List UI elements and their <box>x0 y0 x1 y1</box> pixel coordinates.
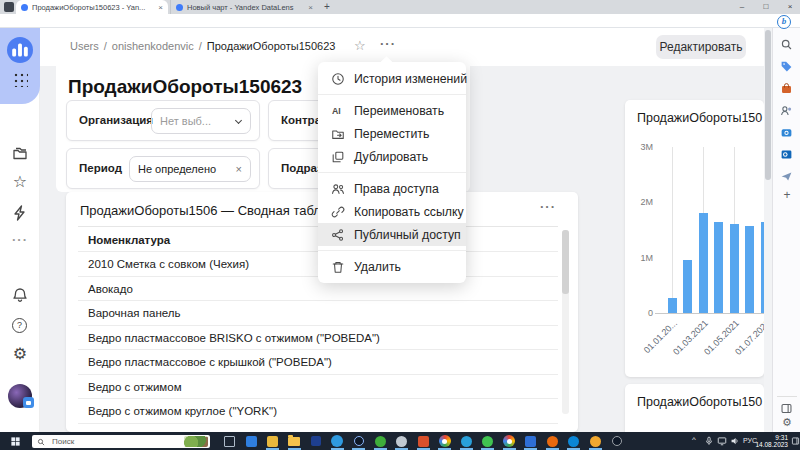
screen: ПродажиОбороты150623 - Yan... × Новый ча… <box>0 0 800 450</box>
outlook-icon[interactable] <box>780 148 793 161</box>
search-placeholder: Поиск <box>52 437 74 446</box>
breadcrumb-link-users[interactable]: Users <box>70 40 99 52</box>
taskbar-app-opera-gx[interactable] <box>351 435 366 448</box>
y-tick-label: 3M <box>627 142 653 152</box>
menu-item-move[interactable]: Переместить <box>318 122 466 145</box>
taskbar-app-powerpoint[interactable] <box>416 435 431 448</box>
table-row: Варочная панель <box>78 301 558 326</box>
sidebar-add-icon[interactable]: + <box>773 188 800 202</box>
sidebar-search-icon[interactable] <box>780 38 793 51</box>
menu-item-label: Переместить <box>354 127 429 141</box>
collections-icon[interactable] <box>11 144 29 162</box>
tray-chevron-icon[interactable]: ^ <box>692 435 696 444</box>
menu-item-copy-link[interactable]: Копировать ссылку <box>318 200 466 223</box>
browser-tab-active[interactable]: ПродажиОбороты150623 - Yan... × <box>16 0 168 14</box>
menu-divider <box>318 94 466 95</box>
clear-icon[interactable]: × <box>236 157 242 181</box>
chart-bar <box>714 222 723 313</box>
window-minimize-button[interactable]: – <box>732 0 752 13</box>
speaker-icon[interactable] <box>730 436 740 446</box>
avatar-badge <box>23 397 34 408</box>
workspace-icon[interactable] <box>4 2 14 12</box>
taskbar-app-coin-app[interactable] <box>588 435 603 448</box>
taskbar-app-telegram[interactable] <box>459 435 474 448</box>
scroll-thumb[interactable] <box>765 30 771 180</box>
bing-chat-icon[interactable]: b <box>777 15 791 29</box>
microphone-icon[interactable] <box>704 436 714 446</box>
shopping-bag-icon[interactable] <box>780 82 793 95</box>
taskbar-app-green-app[interactable] <box>373 435 388 448</box>
tab-title: ПродажиОбороты150623 - Yan... <box>32 3 154 12</box>
menu-item-history[interactable]: История изменений <box>318 67 466 90</box>
organization-select[interactable]: Нет выб... <box>151 108 251 134</box>
taskbar-app-file-explorer[interactable] <box>287 435 302 448</box>
taskbar-app-store[interactable] <box>308 435 323 448</box>
favorite-star-icon[interactable]: ☆ <box>354 38 366 53</box>
image-creator-icon[interactable] <box>780 126 793 139</box>
datalens-favicon <box>21 4 28 11</box>
close-icon[interactable]: × <box>158 3 163 12</box>
window-close-button[interactable]: × <box>780 0 800 13</box>
taskbar-app-chrome[interactable] <box>502 435 517 448</box>
entry-more-icon[interactable]: ··· <box>380 36 396 51</box>
datalens-logo[interactable] <box>7 37 33 63</box>
period-select[interactable]: Не определено × <box>129 156 251 182</box>
menu-item-public-access[interactable]: Публичный доступ <box>318 223 466 246</box>
shopping-icon[interactable] <box>780 60 793 73</box>
scroll-thumb[interactable] <box>562 230 569 294</box>
sidebar-toggle-icon[interactable] <box>780 402 793 415</box>
favorites-star-icon[interactable]: ☆ <box>0 172 40 191</box>
taskbar-app-firefox[interactable] <box>545 435 560 448</box>
lightning-icon[interactable] <box>11 204 29 222</box>
chart-bar <box>730 224 739 313</box>
taskbar-app-mail[interactable] <box>244 435 259 448</box>
taskbar-app-skype[interactable] <box>566 435 581 448</box>
chart-title: ПродажиОбороты150 <box>637 111 762 125</box>
svg-text:AI: AI <box>332 106 341 116</box>
chart-title: ПродажиОбороты150 <box>637 395 762 409</box>
taskbar-app-documents[interactable] <box>265 435 280 448</box>
menu-divider <box>318 172 466 173</box>
taskbar-search-box[interactable]: Поиск <box>32 435 210 448</box>
close-icon[interactable]: × <box>308 3 313 12</box>
datalens-rail: ☆ ··· ? ⚙ <box>0 28 40 432</box>
search-highlight-image[interactable] <box>184 436 208 447</box>
menu-item-rename[interactable]: AIПереименовать <box>318 99 466 122</box>
table-row: Ведро пластмассовое с крышкой ("POBEDA") <box>78 350 558 375</box>
menu-item-access-rights[interactable]: Права доступа <box>318 177 466 200</box>
menu-item-label: Удалить <box>354 260 401 274</box>
window-maximize-button[interactable]: □ <box>756 0 776 13</box>
tray-clock[interactable]: 9:31 14.08.2023 <box>752 434 788 448</box>
notifications-bell-icon[interactable] <box>11 286 29 304</box>
widget-more-icon[interactable]: ··· <box>540 199 556 214</box>
settings-gear-icon[interactable]: ⚙ <box>0 344 40 363</box>
drop-icon[interactable] <box>780 170 793 183</box>
taskbar-app-edge[interactable] <box>330 435 345 448</box>
taskbar-app-dark-app[interactable] <box>609 435 624 448</box>
apps-grid-icon[interactable] <box>13 72 28 87</box>
contacts-icon[interactable] <box>780 104 793 117</box>
page-scrollbar[interactable] <box>764 28 772 432</box>
table-scrollbar[interactable] <box>562 230 569 414</box>
taskbar-app-task-view[interactable] <box>222 435 237 448</box>
menu-item-duplicate[interactable]: Дублировать <box>318 145 466 168</box>
chart-bar <box>745 226 754 313</box>
edit-button[interactable]: Редактировать <box>656 35 746 59</box>
start-button[interactable] <box>0 432 30 450</box>
browser-tab[interactable]: Новый чарт - Yandex DataLens × <box>170 0 318 14</box>
taskbar-app-blue-app[interactable] <box>523 435 538 448</box>
sidebar-settings-icon[interactable]: ⚙ <box>773 416 800 429</box>
taskbar-app-whatsapp[interactable] <box>480 435 495 448</box>
user-avatar[interactable] <box>8 384 32 408</box>
menu-item-label: Переименовать <box>354 104 444 118</box>
display-icon[interactable] <box>717 436 727 446</box>
breadcrumb-link-user[interactable]: onishenkodenvic <box>112 40 194 52</box>
notification-center-icon[interactable] <box>791 436 800 446</box>
taskbar-app-rainbow-browser[interactable] <box>437 435 452 448</box>
menu-item-delete[interactable]: Удалить <box>318 255 466 278</box>
taskbar-app-gray-app[interactable] <box>394 435 409 448</box>
help-icon[interactable]: ? <box>12 318 27 333</box>
menu-divider <box>318 250 466 251</box>
rail-more-icon[interactable]: ··· <box>0 232 40 247</box>
new-tab-button[interactable]: + <box>324 1 330 12</box>
